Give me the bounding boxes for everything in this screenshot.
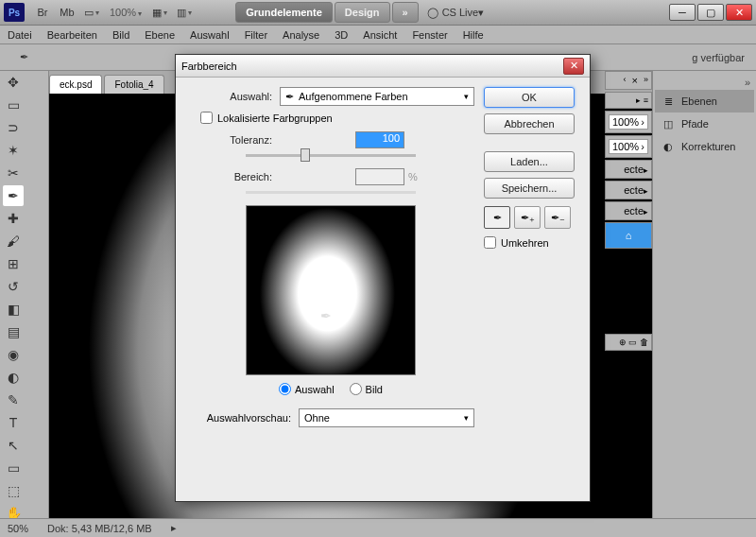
window-close-button[interactable]: ✕: [726, 4, 752, 21]
status-arrow-icon[interactable]: ▸: [171, 522, 177, 534]
panel-korrekturen-label: Korrekturen: [681, 141, 735, 152]
chevron-icon: ›: [641, 116, 644, 128]
menu-datei[interactable]: Datei: [8, 29, 32, 41]
move-tool[interactable]: ✥: [3, 72, 24, 93]
eraser-tool[interactable]: ◧: [3, 299, 24, 320]
radio-auswahl-input[interactable]: [279, 383, 291, 395]
panel-pfade[interactable]: ◫Pfade: [655, 113, 754, 135]
invert-checkbox-input[interactable]: [484, 236, 496, 249]
path-select-tool[interactable]: ↖: [3, 435, 24, 456]
status-docsize[interactable]: Dok: 5,43 MB/12,6 MB: [47, 523, 152, 534]
toleranz-input[interactable]: 100: [355, 131, 404, 148]
extras-icon[interactable]: ▥: [176, 4, 193, 21]
workspace-more[interactable]: »: [392, 2, 419, 23]
layer-bg-row[interactable]: ⌂: [605, 222, 652, 249]
status-bar: 50% Dok: 5,43 MB/12,6 MB ▸: [0, 518, 756, 537]
adjustments-icon: ◐: [661, 139, 676, 154]
collapse-arrows[interactable]: ▸ ≡: [605, 92, 652, 109]
invert-label: Umkehren: [501, 237, 549, 249]
lasso-tool[interactable]: ⊃: [3, 117, 24, 138]
panel-tabs-icons[interactable]: ‹ × »: [605, 71, 652, 90]
menu-filter[interactable]: Filter: [245, 29, 267, 41]
menu-hilfe[interactable]: Hilfe: [463, 29, 484, 41]
pen-tool[interactable]: ✎: [3, 390, 24, 410]
status-zoom[interactable]: 50%: [8, 523, 28, 534]
history-brush-tool[interactable]: ↺: [3, 276, 24, 297]
slider-thumb[interactable]: [301, 148, 310, 162]
brush-tool[interactable]: 🖌: [3, 231, 24, 251]
window-maximize-button[interactable]: ▢: [697, 4, 724, 21]
menu-3d[interactable]: 3D: [335, 29, 348, 41]
save-button[interactable]: Speichern...: [484, 178, 575, 199]
layers-icon: ≣: [661, 94, 676, 109]
lokalisierte-checkbox-input[interactable]: [200, 112, 213, 124]
zoom-level[interactable]: 100%: [110, 7, 142, 18]
dialog-titlebar[interactable]: Farbbereich ✕: [176, 55, 590, 78]
app-titlebar: Ps Br Mb ▭ 100% ▦ ▥ Grundelemente Design…: [0, 0, 756, 26]
stamp-tool[interactable]: ⊞: [3, 253, 24, 274]
opacity-row[interactable]: 100%›: [605, 111, 652, 133]
3d-tool[interactable]: ⬚: [3, 480, 24, 501]
shape-tool[interactable]: ▭: [3, 458, 24, 478]
eyedropper-tool[interactable]: ✒: [3, 185, 24, 206]
radio-bild-input[interactable]: [350, 383, 362, 395]
layer-row-3[interactable]: ecte▸: [605, 201, 652, 220]
heal-tool[interactable]: ✚: [3, 208, 24, 229]
menu-ansicht[interactable]: Ansicht: [363, 29, 397, 41]
menu-fenster[interactable]: Fenster: [412, 29, 447, 41]
lock-icon: ⌂: [626, 230, 632, 241]
menu-bild[interactable]: Bild: [112, 29, 129, 41]
cslive-button[interactable]: ◯ CS Live ▾: [427, 7, 485, 19]
layers-footer-icons[interactable]: ⊕ ▭ 🗑: [605, 334, 652, 351]
layer-row-2[interactable]: ecte▸: [605, 181, 652, 199]
eyedropper-subtract-button[interactable]: ✒₋: [544, 206, 571, 229]
layer-row-1[interactable]: ecte▸: [605, 160, 652, 179]
cancel-button[interactable]: Abbrechen: [484, 113, 575, 134]
auswahl-select[interactable]: ✒ Aufgenommene Farben: [280, 87, 474, 106]
panel-collapse-icon[interactable]: »: [655, 75, 754, 90]
farbbereich-dialog: Farbbereich ✕ Auswahl: ✒ Aufgenommene Fa…: [175, 54, 591, 502]
dialog-close-button[interactable]: ✕: [563, 58, 584, 75]
ok-button[interactable]: OK: [484, 87, 575, 108]
bereich-unit: %: [408, 171, 418, 182]
panel-ebenen[interactable]: ≣Ebenen: [655, 90, 754, 113]
blur-tool[interactable]: ◉: [3, 344, 24, 365]
cslive-label: CS Live: [442, 7, 479, 18]
eyedropper-sample-button[interactable]: ✒: [484, 206, 510, 229]
workspace-grundelemente[interactable]: Grundelemente: [235, 2, 333, 23]
radio-bild[interactable]: Bild: [350, 383, 383, 395]
main-menubar: Datei Bearbeiten Bild Ebene Auswahl Filt…: [0, 26, 756, 44]
tab-eck[interactable]: eck.psd: [49, 75, 102, 94]
auswahl-label: Auswahl:: [187, 91, 272, 102]
bridge-icon[interactable]: Br: [34, 4, 51, 21]
opacity-value: 100%: [612, 116, 639, 128]
vorschau-select[interactable]: Ohne: [299, 408, 474, 427]
marquee-tool[interactable]: ▭: [3, 95, 24, 115]
crop-tool[interactable]: ✂: [3, 163, 24, 183]
window-minimize-button[interactable]: ─: [669, 4, 696, 21]
invert-checkbox[interactable]: Umkehren: [484, 236, 578, 249]
wand-tool[interactable]: ✶: [3, 140, 24, 161]
menu-analyse[interactable]: Analyse: [283, 29, 319, 41]
menu-ebene[interactable]: Ebene: [145, 29, 175, 41]
selection-preview[interactable]: ✒: [246, 205, 416, 375]
minibridge-icon[interactable]: Mb: [59, 4, 76, 21]
close-icon[interactable]: ×: [632, 75, 638, 86]
radio-auswahl[interactable]: Auswahl: [279, 383, 335, 395]
workspace-design[interactable]: Design: [335, 2, 390, 23]
lokalisierte-checkbox[interactable]: Lokalisierte Farbgruppen: [200, 112, 474, 124]
load-button[interactable]: Laden...: [484, 151, 575, 172]
dodge-tool[interactable]: ◐: [3, 367, 24, 388]
app-logo: Ps: [4, 3, 25, 22]
eyedropper-add-button[interactable]: ✒₊: [514, 206, 541, 229]
menu-auswahl[interactable]: Auswahl: [190, 29, 230, 41]
gradient-tool[interactable]: ▤: [3, 321, 24, 342]
toleranz-slider[interactable]: [246, 154, 416, 157]
screenmode-icon[interactable]: ▭: [83, 4, 100, 21]
tab-fotolia[interactable]: Fotolia_4: [104, 75, 163, 94]
arrange-icon[interactable]: ▦: [151, 4, 168, 21]
fill-row[interactable]: 100%›: [605, 135, 652, 158]
menu-bearbeiten[interactable]: Bearbeiten: [47, 29, 97, 41]
type-tool[interactable]: T: [3, 412, 24, 433]
panel-korrekturen[interactable]: ◐Korrekturen: [655, 135, 754, 158]
